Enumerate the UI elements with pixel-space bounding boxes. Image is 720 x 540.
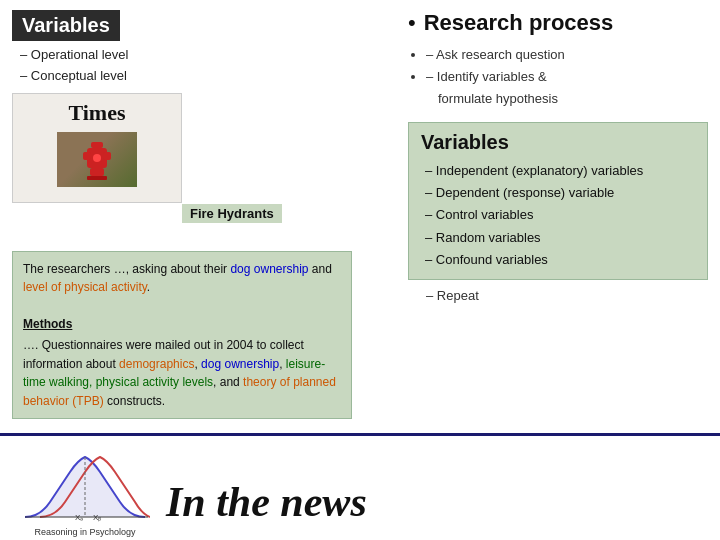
demographics-highlight: demographics	[119, 357, 194, 371]
left-panel: Variables – Operational level – Conceptu…	[12, 10, 392, 419]
curve-line1: Reasoning in Psychology	[34, 527, 135, 537]
research-item-2-line2: formulate hypothesis	[426, 91, 558, 106]
research-bullet: •	[408, 12, 416, 34]
var-label-2: – Dependent (response) variable	[425, 182, 614, 204]
bell-curve-container: Xₐ Xᵦ Reasoning in Psychology Using Stat…	[20, 452, 150, 540]
research-text-box: The researchers …, asking about their do…	[12, 251, 352, 420]
svg-rect-2	[83, 152, 91, 160]
svg-rect-0	[91, 142, 103, 148]
svg-point-6	[93, 154, 101, 162]
bell-curve-svg: Xₐ Xᵦ	[20, 452, 150, 522]
svg-text:Xᵦ: Xᵦ	[93, 513, 101, 522]
newspaper-image: Times	[12, 93, 182, 203]
concept-level-label: – Conceptual level	[20, 66, 127, 87]
var-item-5: – Confound variables	[425, 249, 695, 271]
var-item-4: – Random variables	[425, 227, 695, 249]
dog-ownership-highlight: dog ownership	[230, 262, 308, 276]
newspaper-title: Times	[64, 94, 129, 128]
op-level-label: – Operational level	[20, 45, 128, 66]
fire-hydrant-label: Fire Hydrants	[182, 204, 282, 223]
newspaper-area: Times	[12, 93, 352, 223]
research-item-1: – Ask research question	[426, 44, 708, 66]
methods-and: , and	[213, 375, 243, 389]
var-item-3: – Control variables	[425, 204, 695, 226]
dog-ownership-2-highlight: dog ownership	[201, 357, 279, 371]
concept-level-item: – Conceptual level	[20, 66, 392, 87]
var-label-5: – Confound variables	[425, 249, 548, 271]
svg-text:Xₐ: Xₐ	[75, 513, 83, 522]
research-title: Research process	[424, 10, 614, 36]
newspaper-photo	[57, 132, 137, 187]
var-item-1: – Independent (explanatory) variables	[425, 160, 695, 182]
var-label-3: – Control variables	[425, 204, 533, 226]
repeat-label: – Repeat	[426, 288, 479, 303]
methods-comma2: ,	[279, 357, 286, 371]
research-process-list: – Ask research question – Identify varia…	[408, 44, 708, 110]
svg-rect-4	[90, 168, 104, 176]
hydrant-icon	[77, 134, 117, 184]
top-section: Variables – Operational level – Conceptu…	[0, 0, 720, 425]
bell-curve-label: Reasoning in Psychology Using Statistics	[20, 527, 150, 540]
variables-right-list: – Independent (explanatory) variables – …	[421, 160, 695, 270]
methods-title: Methods	[23, 315, 341, 334]
svg-rect-5	[87, 176, 107, 180]
variables-right-title: Variables	[421, 131, 695, 154]
repeat-section: – Repeat	[408, 280, 708, 311]
right-panel: • Research process – Ask research questi…	[408, 10, 708, 419]
intro-text: The researchers …, asking about their do…	[23, 260, 341, 297]
var-label-1: – Independent (explanatory) variables	[425, 160, 643, 182]
var-label-4: – Random variables	[425, 227, 541, 249]
bottom-section: Xₐ Xᵦ Reasoning in Psychology Using Stat…	[0, 436, 720, 540]
research-item-2: – Identify variables & formulate hypothe…	[426, 66, 708, 110]
methods-end: constructs.	[104, 394, 165, 408]
variables-list: – Operational level – Conceptual level	[12, 45, 392, 87]
intro-period: .	[147, 280, 150, 294]
hydrant-background	[57, 132, 137, 187]
research-header: • Research process	[408, 10, 708, 36]
news-title: In the news	[166, 478, 367, 526]
intro-and: and	[309, 262, 332, 276]
variables-title: Variables	[12, 10, 120, 41]
methods-text: …. Questionnaires were mailed out in 200…	[23, 336, 341, 410]
physical-activity-highlight: level of physical activity	[23, 280, 147, 294]
var-item-2: – Dependent (response) variable	[425, 182, 695, 204]
svg-rect-3	[103, 152, 111, 160]
variables-right-box: Variables – Independent (explanatory) va…	[408, 122, 708, 279]
op-level-item: – Operational level	[20, 45, 392, 66]
intro-prefix: The researchers …, asking about their	[23, 262, 230, 276]
research-item-2-line1: – Identify variables &	[426, 69, 547, 84]
